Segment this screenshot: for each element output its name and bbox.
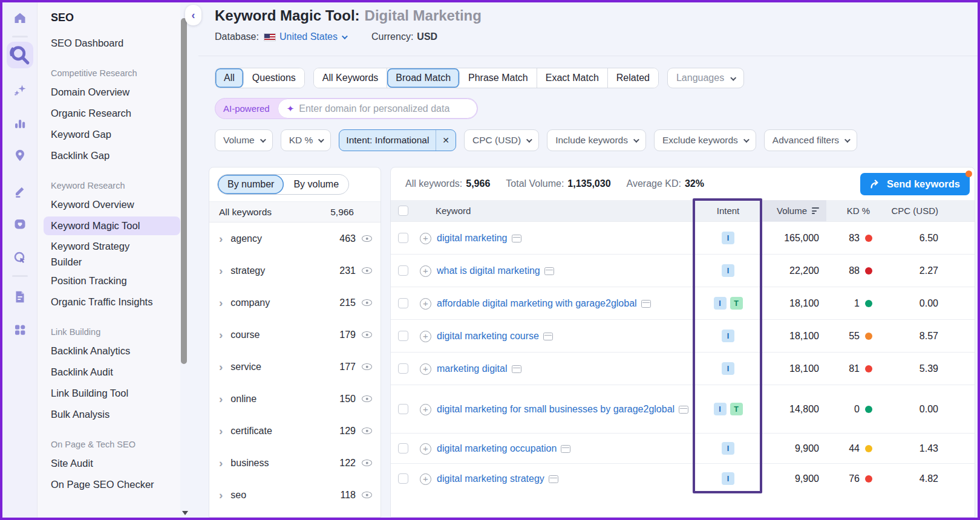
social-heart-icon[interactable]: [12, 216, 28, 232]
row-checkbox[interactable]: [398, 404, 408, 414]
sidebar-item-keyword-strategy-builder[interactable]: Keyword Strategy Builder: [51, 236, 158, 270]
row-checkbox[interactable]: [398, 473, 408, 484]
intent-filter-chip[interactable]: Intent: Informational ✕: [339, 129, 456, 151]
add-keyword-icon[interactable]: +: [420, 363, 431, 375]
eye-icon[interactable]: [362, 460, 372, 466]
content-pencil-icon[interactable]: [12, 183, 28, 199]
eye-icon[interactable]: [362, 235, 372, 242]
chevron-right-icon[interactable]: ›: [219, 392, 223, 406]
eye-icon[interactable]: [362, 267, 372, 274]
group-row-online[interactable]: ›online150: [209, 383, 381, 415]
sidebar-item-organic-research[interactable]: Organic Research: [51, 103, 174, 124]
group-row-service[interactable]: ›service177: [209, 351, 381, 383]
keyword-link[interactable]: digital marketing strategy: [437, 473, 544, 484]
row-checkbox[interactable]: [398, 363, 408, 374]
include-keywords-filter[interactable]: Include keywords: [547, 129, 646, 151]
column-intent[interactable]: Intent: [693, 206, 763, 216]
keyword-link[interactable]: digital marketing for small businesses b…: [437, 404, 675, 414]
sidebar-item-keyword-gap[interactable]: Keyword Gap: [51, 124, 174, 145]
sidebar-item-keyword-overview[interactable]: Keyword Overview: [51, 194, 174, 215]
groups-header[interactable]: All keywords 5,966: [209, 202, 381, 223]
row-checkbox[interactable]: [398, 298, 408, 308]
chevron-right-icon[interactable]: ›: [219, 489, 223, 502]
group-row-agency[interactable]: ›agency463: [209, 223, 381, 255]
advanced-filters[interactable]: Advanced filters: [764, 129, 857, 151]
reports-file-icon[interactable]: [12, 289, 28, 305]
seo-toolkit-icon[interactable]: [7, 42, 33, 68]
tab-broad-match[interactable]: Broad Match: [387, 68, 460, 88]
keyword-link[interactable]: digital marketing course: [437, 331, 539, 341]
chevron-right-icon[interactable]: ›: [219, 360, 223, 374]
add-keyword-icon[interactable]: +: [420, 265, 431, 277]
tab-phrase-match[interactable]: Phrase Match: [460, 68, 537, 88]
sidebar-item-backlink-analytics[interactable]: Backlink Analytics: [51, 340, 174, 362]
volume-filter[interactable]: Volume: [215, 129, 273, 151]
chevron-right-icon[interactable]: ›: [219, 232, 223, 245]
select-all-checkbox[interactable]: [398, 206, 408, 216]
serp-icon[interactable]: [679, 406, 688, 414]
chevron-right-icon[interactable]: ›: [219, 328, 223, 342]
analytics-bars-icon[interactable]: [12, 115, 28, 131]
ai-sparkles-icon[interactable]: [12, 82, 28, 98]
serp-icon[interactable]: [543, 333, 553, 340]
cpc-filter[interactable]: CPC (USD): [464, 129, 539, 151]
group-row-course[interactable]: ›course179: [209, 319, 381, 351]
sidebar-collapse-button[interactable]: ‹: [185, 5, 201, 25]
keyword-link[interactable]: digital marketing: [437, 233, 508, 243]
group-row-business[interactable]: ›business122: [209, 447, 381, 479]
column-kd[interactable]: KD %: [826, 206, 887, 216]
add-keyword-icon[interactable]: +: [420, 473, 431, 485]
row-checkbox[interactable]: [398, 265, 408, 276]
eye-icon[interactable]: [362, 427, 372, 434]
group-row-company[interactable]: ›company215: [209, 287, 381, 319]
languages-dropdown[interactable]: Languages: [667, 68, 744, 88]
eye-icon[interactable]: [362, 492, 372, 498]
sidebar-item-bulk-analysis[interactable]: Bulk Analysis: [51, 404, 174, 425]
tab-all-keywords[interactable]: All Keywords: [314, 68, 387, 88]
eye-icon[interactable]: [362, 363, 372, 370]
keyword-link[interactable]: marketing digital: [437, 363, 508, 374]
column-volume[interactable]: Volume: [763, 200, 826, 221]
serp-icon[interactable]: [561, 445, 570, 453]
sidebar-item-domain-overview[interactable]: Domain Overview: [51, 82, 174, 103]
serp-icon[interactable]: [512, 365, 521, 373]
sidebar-scrollbar[interactable]: [181, 18, 187, 364]
row-checkbox[interactable]: [398, 443, 408, 453]
tab-questions[interactable]: Questions: [244, 68, 304, 88]
sidebar-item-organic-traffic-insights[interactable]: Organic Traffic Insights: [51, 291, 174, 313]
tab-related[interactable]: Related: [608, 68, 658, 88]
keyword-link[interactable]: what is digital marketing: [437, 265, 540, 276]
add-keyword-icon[interactable]: +: [420, 331, 431, 342]
chevron-right-icon[interactable]: ›: [219, 296, 223, 310]
eye-icon[interactable]: [362, 299, 372, 306]
sidebar-item-onpage-seo-checker[interactable]: On Page SEO Checker: [51, 474, 174, 495]
add-keyword-icon[interactable]: +: [420, 404, 431, 415]
sidebar-item-backlink-audit[interactable]: Backlink Audit: [51, 362, 174, 383]
serp-icon[interactable]: [549, 475, 558, 483]
row-checkbox[interactable]: [398, 331, 408, 341]
exclude-keywords-filter[interactable]: Exclude keywords: [654, 129, 756, 151]
keyword-link[interactable]: digital marketing occupation: [437, 443, 557, 453]
sidebar-item-site-audit[interactable]: Site Audit: [51, 453, 174, 474]
column-keyword[interactable]: Keyword: [415, 206, 693, 216]
toggle-by-number[interactable]: By number: [218, 175, 284, 194]
domain-input[interactable]: [299, 103, 468, 114]
sidebar-item-keyword-magic-tool[interactable]: Keyword Magic Tool: [44, 216, 180, 235]
local-pin-icon[interactable]: [12, 148, 28, 163]
remove-intent-filter-button[interactable]: ✕: [436, 130, 456, 151]
kd-filter[interactable]: KD %: [281, 129, 332, 151]
group-row-seo[interactable]: ›seo118: [209, 479, 381, 511]
chevron-right-icon[interactable]: ›: [219, 457, 223, 470]
tab-exact-match[interactable]: Exact Match: [537, 68, 608, 88]
sidebar-item-backlink-gap[interactable]: Backlink Gap: [51, 145, 174, 166]
chevron-down-icon[interactable]: [342, 33, 348, 39]
group-row-certificate[interactable]: ›certificate129: [209, 415, 381, 447]
tab-all[interactable]: All: [215, 68, 244, 88]
eye-icon[interactable]: [362, 395, 372, 402]
eye-icon[interactable]: [362, 331, 372, 338]
sidebar-item-seo-dashboard[interactable]: SEO Dashboard: [51, 33, 174, 54]
serp-icon[interactable]: [512, 235, 521, 242]
advertising-target-icon[interactable]: [12, 250, 28, 265]
column-cpc[interactable]: CPC (USD): [887, 206, 975, 216]
add-keyword-icon[interactable]: +: [420, 233, 431, 244]
